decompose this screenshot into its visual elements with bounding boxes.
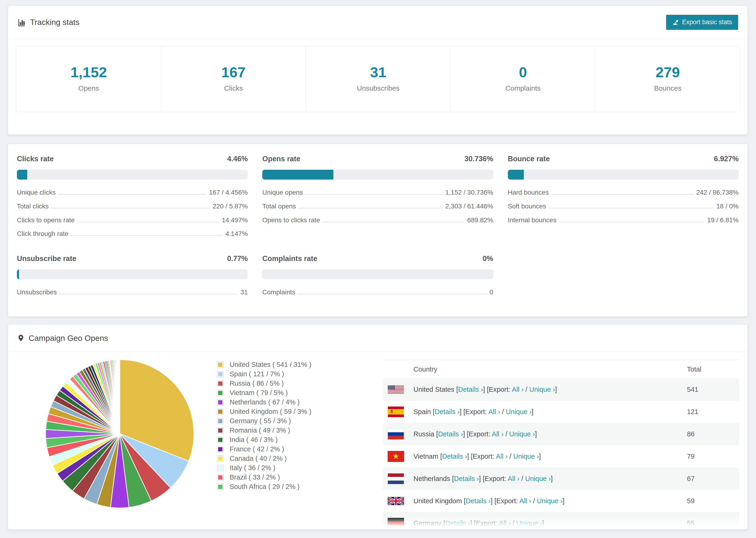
dotted-leader	[559, 221, 704, 222]
rate-header: Bounce rate6.927%	[508, 155, 739, 163]
legend-swatch	[217, 361, 224, 368]
export-all-link[interactable]: All ›	[512, 386, 523, 393]
export-basic-stats-button[interactable]: Export basic stats	[666, 15, 738, 30]
rate-header: Opens rate30.736%	[262, 155, 493, 163]
stat-value: 31	[241, 289, 248, 296]
summary-stats-row: 1,152Opens167Clicks31Unsubscribes0Compla…	[16, 46, 740, 112]
export-unique-link[interactable]: Unique ›	[529, 386, 555, 393]
summary-stat-value: 167	[161, 65, 306, 80]
stat-row: Hard bounces242 / 86.738%	[508, 189, 739, 196]
summary-stat-label: Clicks	[161, 84, 306, 92]
stat-value: 220 / 5.87%	[213, 203, 248, 210]
stat-row: Unique clicks167 / 4.456%	[17, 189, 248, 196]
text-segment: ] [Export:	[460, 408, 489, 415]
legend-item: Romania ( 49 / 3% )	[217, 427, 311, 434]
legend-item: United States ( 541 / 31% )	[217, 361, 311, 368]
details-link[interactable]: Details ›	[438, 430, 463, 438]
summary-stat-value: 1,152	[17, 65, 161, 80]
legend-label: Italy ( 36 / 2% )	[230, 464, 275, 472]
text-segment: /	[508, 453, 513, 460]
stat-value: 167 / 4.456%	[209, 189, 248, 196]
rate-title: Unsubscribe rate	[17, 254, 76, 263]
export-unique-link[interactable]: Unique ›	[506, 408, 531, 415]
rate-block-bounce-rate: Bounce rate6.927%Hard bounces242 / 86.73…	[508, 155, 739, 238]
legend-item: Vietnam ( 79 / 5% )	[217, 389, 311, 396]
map-pin-icon	[17, 334, 25, 343]
legend-item: France ( 42 / 2% )	[217, 446, 311, 453]
country-cell: Russia [Details ›] [Export: All › / Uniq…	[383, 429, 687, 440]
summary-stat-label: Bounces	[595, 84, 740, 92]
export-all-link[interactable]: All ›	[496, 453, 508, 460]
text-segment: ]	[542, 519, 544, 527]
export-all-link[interactable]: All ›	[492, 430, 504, 438]
geo-pie-chart	[45, 359, 195, 509]
stat-label: Total clicks	[17, 203, 49, 210]
legend-swatch	[217, 474, 224, 481]
details-link[interactable]: Details ›	[454, 475, 479, 482]
flag-nl-icon	[388, 473, 404, 484]
campaign-geo-opens-card: Campaign Geo Opens United States ( 541 /…	[8, 324, 748, 529]
rate-header: Clicks rate4.46%	[17, 155, 248, 163]
rate-block-opens-rate: Opens rate30.736%Unique opens1,152 / 30.…	[262, 155, 493, 238]
stat-label: Unsubscribes	[17, 289, 57, 296]
export-unique-link[interactable]: Unique ›	[509, 430, 535, 438]
summary-stat-box: 167Clicks	[161, 46, 306, 112]
text-segment: ]	[551, 475, 553, 482]
page-title: Tracking stats	[30, 18, 80, 27]
text-segment: Russia [	[413, 430, 438, 438]
export-all-link[interactable]: All ›	[488, 408, 500, 415]
rate-detail-rows: Unique opens1,152 / 30.736%Total opens2,…	[262, 189, 493, 224]
export-unique-link[interactable]: Unique ›	[537, 497, 563, 505]
country-cell: United States [Details ›] [Export: All ›…	[383, 385, 687, 394]
legend-item: Germany ( 55 / 3% )	[217, 418, 311, 424]
export-unique-link[interactable]: Unique ›	[516, 519, 542, 527]
text-segment: /	[500, 408, 506, 415]
export-all-link[interactable]: All ›	[499, 519, 511, 527]
bar-chart-icon	[17, 18, 26, 27]
country-links: Netherlands [Details ›] [Export: All › /…	[413, 475, 553, 483]
legend-label: United Kingdom ( 59 / 3% )	[230, 408, 311, 415]
stat-value: 242 / 86.738%	[696, 189, 739, 196]
rate-title: Opens rate	[262, 155, 300, 163]
rate-title: Complaints rate	[262, 254, 317, 263]
progress-bar-track	[508, 170, 739, 180]
flag-vn-icon	[388, 451, 404, 462]
legend-swatch	[217, 427, 224, 434]
export-unique-link[interactable]: Unique ›	[513, 453, 539, 460]
country-cell: Vietnam [Details ›] [Export: All › / Uni…	[383, 451, 687, 462]
total-cell: 79	[687, 453, 739, 460]
details-link[interactable]: Details ›	[445, 519, 470, 527]
legend-label: South Africa ( 29 / 2% )	[230, 483, 299, 491]
text-segment: Netherlands [	[413, 475, 454, 482]
stat-label: Internal bounces	[508, 217, 557, 224]
legend-swatch	[217, 371, 224, 377]
text-segment: ]	[563, 497, 565, 505]
summary-stat-value: 31	[306, 65, 451, 80]
rate-value: 0%	[483, 254, 493, 263]
stat-label: Complaints	[262, 289, 295, 296]
details-link[interactable]: Details ›	[435, 408, 459, 415]
rate-header: Complaints rate0%	[262, 254, 493, 263]
stat-label: Clicks to opens rate	[17, 217, 75, 224]
total-cell: 86	[687, 430, 739, 438]
dotted-leader	[78, 221, 219, 222]
text-segment: /	[504, 430, 509, 438]
stat-label: Unique opens	[262, 189, 303, 196]
dotted-leader	[549, 208, 714, 208]
legend-swatch	[217, 456, 224, 462]
details-link[interactable]: Details ›	[458, 386, 483, 393]
table-row: Spain [Details ›] [Export: All › / Uniqu…	[383, 401, 739, 423]
legend-swatch	[217, 465, 224, 471]
legend-swatch	[217, 437, 224, 443]
export-unique-link[interactable]: Unique ›	[525, 475, 551, 482]
dotted-leader	[306, 194, 443, 194]
export-all-link[interactable]: All ›	[508, 475, 519, 482]
dotted-leader	[298, 294, 487, 295]
export-all-link[interactable]: All ›	[519, 497, 531, 505]
legend-label: Romania ( 49 / 3% )	[230, 426, 290, 434]
text-segment: Spain [	[413, 408, 435, 415]
details-link[interactable]: Details ›	[442, 453, 467, 460]
details-link[interactable]: Details ›	[465, 497, 490, 505]
text-segment: Vietnam [	[413, 453, 442, 460]
rate-title: Bounce rate	[508, 155, 550, 163]
